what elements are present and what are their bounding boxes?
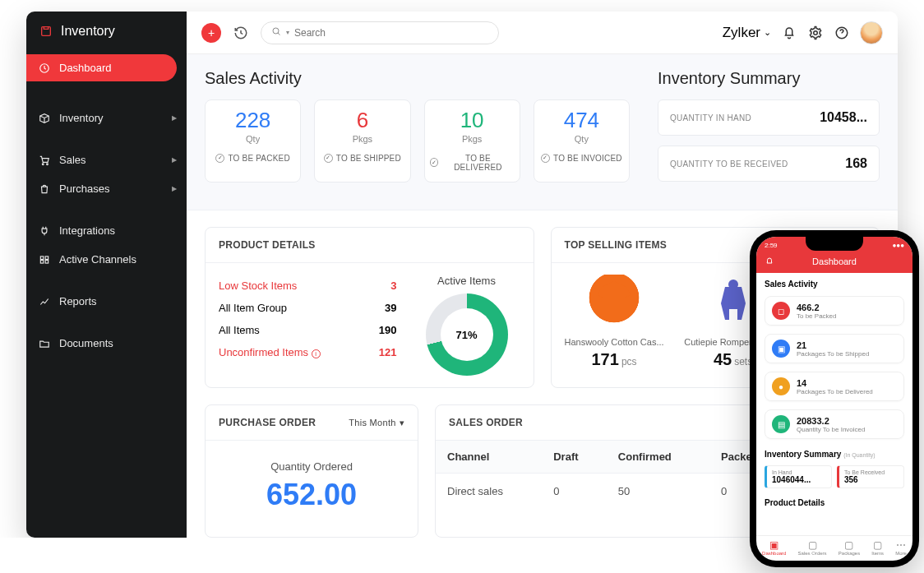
product-name: Hanswooly Cotton Cas... bbox=[565, 337, 664, 347]
product-image bbox=[585, 275, 643, 332]
sidebar-item-integrations[interactable]: Integrations bbox=[26, 217, 187, 244]
inventory-row-to-receive: QUANTITY TO BE RECEIVED 168 bbox=[658, 146, 880, 182]
donut-center-label: 71% bbox=[426, 293, 508, 376]
chevron-down-icon: ⌄ bbox=[764, 27, 771, 38]
settings-button[interactable] bbox=[807, 25, 824, 41]
list-item[interactable]: Unconfirmed Items i 121 bbox=[219, 341, 397, 363]
sidebar-item-inventory[interactable]: Inventory ▶ bbox=[26, 104, 187, 132]
stat-value: 474 bbox=[539, 109, 624, 132]
list-item[interactable]: Low Stock Items3 bbox=[219, 275, 397, 297]
product-details-list: Low Stock Items3 All Item Group39 All It… bbox=[219, 275, 397, 376]
mobile-inventory-row: In Hand1046044... To Be Received356 bbox=[756, 462, 912, 492]
check-circle-icon: ✓ bbox=[430, 158, 439, 167]
mobile-section-title: Product Details bbox=[756, 492, 912, 511]
stat-value: 228 bbox=[210, 109, 295, 132]
mobile-stat-card[interactable]: ● 14Packages To be Delivered bbox=[765, 372, 904, 401]
delivery-icon: ● bbox=[772, 377, 790, 395]
svg-point-2 bbox=[42, 163, 44, 164]
search-field[interactable] bbox=[294, 27, 488, 39]
stat-unit: Pkgs bbox=[320, 134, 404, 144]
inventory-row-in-hand: QUANTITY IN HAND 10458... bbox=[658, 99, 880, 136]
stat-label: ✓TO BE PACKED bbox=[210, 154, 295, 163]
dashboard-icon bbox=[38, 62, 51, 74]
stat-card-to-be-packed[interactable]: 228 Qty ✓TO BE PACKED bbox=[205, 99, 301, 183]
top-selling-item[interactable]: Hanswooly Cotton Cas... 171pcs bbox=[565, 275, 664, 369]
range-selector[interactable]: This Month ▾ bbox=[349, 418, 404, 428]
panel-header: PRODUCT DETAILS bbox=[206, 228, 534, 263]
mobile-inv-in-hand: In Hand1046044... bbox=[765, 465, 832, 488]
check-circle-icon: ✓ bbox=[324, 154, 333, 163]
sidebar-item-active-channels[interactable]: Active Channels bbox=[26, 246, 187, 273]
sidebar-item-documents[interactable]: Documents bbox=[26, 330, 187, 357]
check-circle-icon: ✓ bbox=[541, 154, 550, 163]
row-label: QUANTITY TO BE RECEIVED bbox=[670, 159, 788, 169]
table-cell: Direct sales bbox=[436, 474, 542, 510]
signal-icon: ●●● bbox=[893, 242, 905, 249]
stat-unit: Qty bbox=[539, 134, 624, 144]
svg-rect-0 bbox=[42, 27, 51, 36]
truck-icon: ▣ bbox=[772, 340, 790, 358]
list-item[interactable]: All Items190 bbox=[219, 319, 397, 341]
brand-label: Inventory bbox=[61, 24, 115, 39]
stat-label: ✓TO BE DELIVERED bbox=[430, 154, 515, 172]
mobile-stat-card[interactable]: ◻ 466.2To be Packed bbox=[765, 296, 904, 326]
brand: Inventory bbox=[26, 12, 187, 54]
help-button[interactable] bbox=[834, 25, 850, 41]
panel-header: PURCHASE ORDER This Month ▾ bbox=[206, 405, 418, 441]
box-icon: ◻ bbox=[772, 302, 790, 320]
invoice-icon: ▤ bbox=[772, 415, 790, 433]
purchase-order-panel: PURCHASE ORDER This Month ▾ Quantity Ord… bbox=[205, 404, 418, 538]
stat-value: 6 bbox=[320, 109, 404, 132]
svg-rect-4 bbox=[40, 256, 44, 259]
donut-chart: 71% bbox=[426, 293, 508, 376]
chevron-right-icon: ▶ bbox=[172, 185, 177, 192]
sidebar-item-sales[interactable]: Sales ▶ bbox=[26, 146, 187, 173]
panel-title: SALES ORDER bbox=[449, 417, 523, 428]
inventory-summary-section: Inventory Summary QUANTITY IN HAND 10458… bbox=[658, 69, 880, 192]
history-button[interactable] bbox=[231, 23, 251, 43]
mobile-stat-card[interactable]: ▤ 20833.2Quantity To be Invoiced bbox=[765, 409, 904, 439]
sales-activity-cards: 228 Qty ✓TO BE PACKED 6 Pkgs ✓TO BE SHIP… bbox=[205, 99, 630, 183]
chevron-down-icon: ▾ bbox=[286, 29, 289, 36]
sales-activity-section: Sales Activity 228 Qty ✓TO BE PACKED 6 P… bbox=[205, 69, 630, 192]
panel-title: PURCHASE ORDER bbox=[219, 417, 316, 428]
folder-icon bbox=[38, 338, 51, 349]
stat-card-to-be-invoiced[interactable]: 474 Qty ✓TO BE INVOICED bbox=[534, 99, 630, 183]
list-item[interactable]: All Item Group39 bbox=[219, 297, 397, 319]
mobile-inv-to-receive: To Be Received356 bbox=[837, 465, 904, 488]
chevron-down-icon: ▾ bbox=[400, 418, 404, 428]
table-cell: 50 bbox=[607, 474, 709, 510]
mobile-section-title: Sales Activity bbox=[756, 273, 912, 292]
mobile-stat-card[interactable]: ▣ 21Packages To be Shipped bbox=[765, 334, 904, 363]
po-label: Quantity Ordered bbox=[214, 460, 409, 473]
stat-label: ✓TO BE SHIPPED bbox=[320, 154, 404, 163]
sidebar-item-label: Sales bbox=[59, 154, 86, 166]
stat-card-to-be-delivered[interactable]: 10 Pkgs ✓TO BE DELIVERED bbox=[424, 99, 520, 183]
plug-icon bbox=[38, 225, 51, 237]
sidebar-item-dashboard[interactable]: Dashboard bbox=[26, 54, 177, 81]
bell-icon[interactable] bbox=[765, 256, 774, 268]
sidebar-item-purchases[interactable]: Purchases ▶ bbox=[26, 175, 187, 202]
org-switcher[interactable]: Zylker ⌄ bbox=[723, 25, 771, 41]
sidebar-item-label: Active Channels bbox=[59, 253, 136, 266]
sidebar-nav: Dashboard Inventory ▶ Sales ▶ bbox=[26, 54, 187, 357]
notifications-button[interactable] bbox=[781, 25, 797, 41]
table-header: Confirmed bbox=[607, 441, 709, 474]
mobile-status-bar: 2:59 ●●● bbox=[756, 237, 912, 253]
add-button[interactable]: + bbox=[201, 23, 221, 43]
section-title: Inventory Summary bbox=[658, 69, 880, 88]
section-title: Sales Activity bbox=[205, 69, 630, 88]
panel-title: PRODUCT DETAILS bbox=[219, 239, 316, 251]
sidebar-item-label: Documents bbox=[59, 337, 113, 349]
search-icon bbox=[271, 26, 281, 39]
sidebar-item-reports[interactable]: Reports bbox=[26, 288, 187, 315]
product-details-panel: PRODUCT DETAILS Low Stock Items3 All Ite… bbox=[205, 227, 534, 388]
mobile-header: Dashboard bbox=[756, 253, 912, 273]
search-input[interactable]: ▾ bbox=[261, 21, 499, 44]
avatar[interactable] bbox=[860, 21, 883, 44]
sidebar-item-label: Dashboard bbox=[59, 62, 112, 74]
po-value: 652.00 bbox=[214, 478, 409, 512]
topbar: + ▾ Zylker ⌄ bbox=[187, 12, 898, 54]
org-name: Zylker bbox=[723, 25, 760, 41]
stat-card-to-be-shipped[interactable]: 6 Pkgs ✓TO BE SHIPPED bbox=[314, 99, 410, 183]
